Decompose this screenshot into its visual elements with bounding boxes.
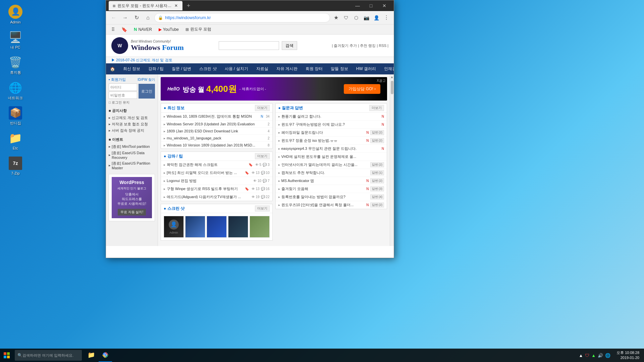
screenshot-button[interactable]: 📷 — [362, 13, 371, 22]
nav-home[interactable]: 🏠 — [106, 64, 119, 74]
id-input[interactable] — [109, 83, 137, 91]
profile-button[interactable]: 👤 — [372, 13, 381, 22]
screenshot-thumb-1[interactable]: 👤 Admin — [164, 216, 184, 238]
login-button[interactable]: 로그인 — [139, 84, 155, 99]
maximize-button[interactable]: □ — [364, 0, 378, 11]
nav-hw[interactable]: HW 갤러리 — [352, 63, 380, 74]
nav-lecture[interactable]: 강좌 / 팁 — [144, 63, 168, 74]
nav-qa[interactable]: 질문 / 답변 — [168, 63, 195, 74]
latest-post-2[interactable]: ▸ Windows Server 2019 (Updated Jan 2019)… — [161, 121, 272, 128]
nav-free[interactable]: 자유 게시판 — [272, 63, 302, 74]
qa-item-1[interactable]: ▸ 환풍기를 설려고 합니다. N — [276, 113, 387, 121]
systray-network-icon[interactable]: 🌐 — [605, 353, 610, 358]
event-item-1[interactable]: ▸ [종료] MiniTool partition — [109, 143, 155, 150]
qa-more-button[interactable]: 더보기 — [369, 105, 384, 111]
notice-item-1[interactable]: ▸ 신고제도 개선 및 검토 — [109, 115, 155, 121]
qa-item-2[interactable]: ▸ 윈도우7 구매하는방법은 이제 없나요.? N — [276, 121, 387, 129]
scroll-thumb[interactable] — [391, 81, 393, 94]
lecture-more-button[interactable]: 더보기 — [255, 153, 270, 159]
screenshot-thumb-3[interactable] — [207, 216, 227, 238]
desktop-icon-etc[interactable]: 📁 Etc — [3, 130, 28, 152]
nav-member[interactable]: 회원 장터 — [302, 63, 327, 74]
latest-post-1[interactable]: ▸ Windows 10, 1809 /1803버전. 업데이트 통합 MSDN… — [161, 113, 272, 121]
remember-checkbox[interactable]: □ 로그인 유지 — [109, 100, 155, 105]
nav-latest[interactable]: 최신 정보 — [119, 63, 144, 74]
desktop-icon-network[interactable]: 🌐 네트워크 — [3, 80, 28, 102]
wp-ad-button[interactable]: 무료 자동 설치! — [118, 209, 146, 216]
notice-link[interactable]: ▶ 2018-07-26 신고제도 개선 및 검토 — [106, 57, 394, 63]
qa-item-12[interactable]: ▸ 윈도우즈10 [인터넷]을 연결해서 특정 폴더... N 답변 (2) — [276, 201, 387, 209]
bookmark-winforum[interactable]: ⊞ 윈도우 포럼 — [183, 26, 214, 33]
ad-cta-button[interactable]: 가입상담 GO! › — [344, 84, 380, 94]
desktop-icon-mypc[interactable]: 🖥️ 내 PC — [3, 29, 28, 51]
lecture-post-5[interactable]: ▸ 애드가드(Adguard) 다음카카오TV재생불가 ... 👁 19 💬 2… — [161, 193, 272, 201]
member-join-link[interactable]: ▪ 회원가입 — [109, 77, 126, 82]
forward-button[interactable]: → — [120, 13, 130, 23]
ad-banner[interactable]: HellO 방송 월 4,400원 - 제휴카드없이 - 가입상담 GO! › … — [161, 77, 387, 101]
address-bar[interactable]: 🔒 https://windowsforum.kr — [154, 13, 330, 22]
latest-more-button[interactable]: 더보기 — [255, 105, 270, 111]
active-tab[interactable]: ⊞ 윈도우 포럼 - 윈도우 사용자 도... ✕ — [109, 1, 182, 10]
system-clock[interactable]: 오후 10:08:28 2019-01-20 — [614, 350, 641, 361]
back-button[interactable]: ← — [109, 13, 119, 23]
extension-button[interactable]: 🛡 — [341, 13, 351, 22]
systray-volume-icon[interactable]: 🔊 — [598, 353, 603, 358]
latest-post-5[interactable]: ▸ Windows 10 Version 1809 (Updated Jan 2… — [161, 142, 272, 148]
lecture-post-3[interactable]: ▸ Logonui 편집 방법 👁 10 💬 7 — [161, 177, 272, 185]
qa-item-9[interactable]: ▸ MS Authenticator 앱 N 답변 (2) — [276, 177, 387, 185]
refresh-button[interactable]: ↻ — [131, 13, 142, 23]
nav-knowhow[interactable]: 알뜰 정보 — [327, 63, 352, 74]
taskbar-chrome[interactable] — [99, 349, 112, 362]
taskbar-file-explorer[interactable]: 📁 — [85, 349, 98, 362]
qa-item-6[interactable]: ▸ VHD에 설치된 윈도우를 실컨 운영체제로 올... — [276, 153, 387, 161]
lecture-post-4[interactable]: ▸ 구형 Winpe 생성기로 RSS 빌드후 부팅하기 🔖 👁 13 💬 16 — [161, 185, 272, 193]
screenshot-thumb-2[interactable] — [185, 216, 205, 238]
latest-post-3[interactable]: ▸ 1809 (Jan 2019) ESD Direct Download Li… — [161, 128, 272, 135]
event-item-3[interactable]: ▸ [종료] EaseUS Partition Master — [109, 160, 155, 171]
desktop-icon-recycle[interactable]: 🗑️ 휴지통 — [3, 54, 28, 76]
bookmark-naver[interactable]: N NAVER — [131, 26, 155, 33]
desktop-icon-bandizip[interactable]: 📦 반디집 — [3, 105, 28, 127]
qa-item-5[interactable]: ▸ easysysprep4.3 무인설치 관련 질문 드립니다. N — [276, 145, 387, 153]
taskbar-search[interactable]: 🔍 검색하려면 여기에 입력하세요. — [15, 350, 82, 361]
notice-item-2[interactable]: ▸ 저작권 보호 협조 요청 — [109, 121, 155, 127]
site-content[interactable]: W Best Windows Community! Windows Forum … — [106, 35, 394, 258]
nav-current[interactable]: 인재강좌 — [380, 63, 394, 74]
qa-item-3[interactable]: ▸ 페이징파일 질문드립니다 N 답변 (2) — [276, 129, 387, 137]
bookmark-bookmark-icon[interactable]: 🔖 — [119, 26, 130, 33]
bookmark-youtube[interactable]: ▶ YouTube — [156, 26, 181, 33]
desktop-icon-7zip[interactable]: 7z 7-Zip — [3, 155, 28, 177]
nav-usage[interactable]: 사용 / 설치기 — [221, 63, 252, 74]
screenshot-thumb-5[interactable] — [250, 216, 270, 238]
close-button[interactable]: ✕ — [378, 0, 391, 11]
site-search-input[interactable] — [219, 41, 279, 50]
screenshot-thumb-4[interactable] — [228, 216, 248, 238]
lecture-post-1[interactable]: ▸ 꽉막힌 접근권한 해제 스크립트 🔖 👁 5 💬 3 — [161, 161, 272, 169]
qa-item-11[interactable]: ▸ 등록번호를 알아내는 방법이 없을까요? 답변 (4) — [276, 193, 387, 201]
qa-item-4[interactable]: ▸ 윈도우7 정품 순정 iso 받는법.ㅠㅠ N 답변 (2) — [276, 137, 387, 145]
new-tab-button[interactable]: + — [184, 1, 193, 10]
tab-close-button[interactable]: ✕ — [174, 3, 178, 9]
latest-post-4[interactable]: ▸ mu_windows_10_language_pack 2 — [161, 135, 272, 142]
qa-item-8[interactable]: ▸ 캡쳐보드 추천 부탁합니다. 답변 (1) — [276, 169, 387, 177]
right-scrollbar[interactable]: ▲ — [390, 74, 394, 246]
bookmark-star-button[interactable]: ★ — [331, 13, 341, 22]
id-pw-find-link[interactable]: ID/PW 찾기 — [138, 77, 155, 82]
pw-input[interactable] — [109, 92, 137, 99]
menu-button[interactable]: ⋮ — [382, 13, 391, 22]
ad-close-button[interactable]: X광고 — [377, 78, 386, 83]
sidebar-wp-ad[interactable]: WordPress 세계적인 인기 블로그 닷홈에서워드프레스를무료로 사용하세… — [109, 174, 155, 221]
site-search-button[interactable]: 검색 — [282, 41, 297, 50]
desktop-icon-admin[interactable]: 👤 Admin — [3, 3, 28, 26]
screenshot-more-button[interactable]: 더보기 — [255, 205, 270, 212]
minimize-button[interactable]: — — [351, 0, 364, 11]
nav-screenshot[interactable]: 스크린 샷 — [195, 63, 220, 74]
qa-item-10[interactable]: ▸ 즐겨찾기 모음해 N 답변 (3) — [276, 185, 387, 193]
systray-chevron[interactable]: ▲ — [579, 353, 583, 358]
extension2-button[interactable]: ⬡ — [352, 13, 361, 22]
start-button[interactable] — [0, 349, 13, 362]
event-item-2[interactable]: ▸ [종료] EaseUS Data Recovery — [109, 150, 155, 160]
notice-item-3[interactable]: ▸ 서버 접속 장애 공지 — [109, 127, 155, 134]
scroll-up-arrow[interactable]: ▲ — [390, 74, 394, 79]
lecture-post-2[interactable]: ▸ [하도] 최신 리얼텍 오디오 드라이버 받는 ... 🔖 👁 13 💬 1… — [161, 169, 272, 177]
